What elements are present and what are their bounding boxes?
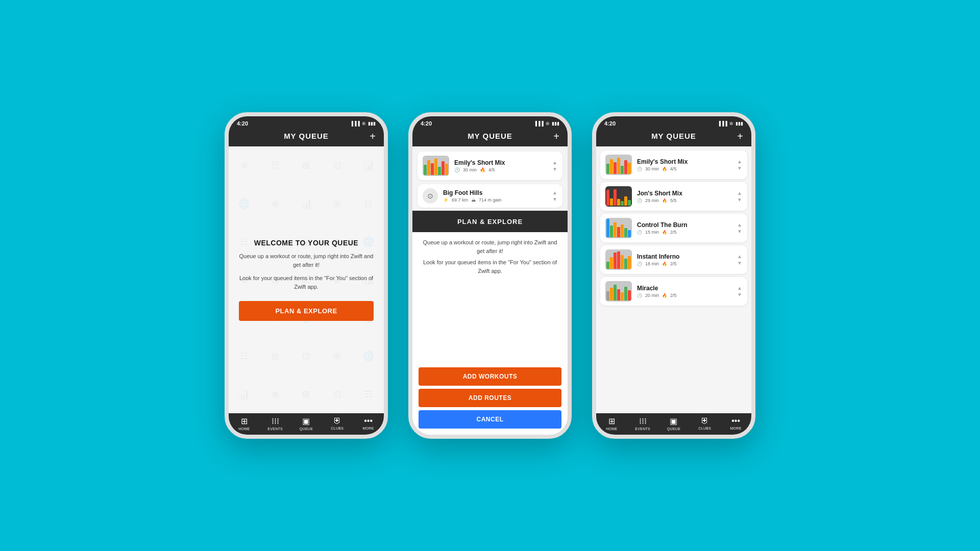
fire-icon: 🔥 <box>662 167 667 171</box>
bar <box>628 230 631 237</box>
down-arrow[interactable]: ▼ <box>737 165 742 171</box>
bg-icon: 🌐 <box>229 185 260 223</box>
fire-icon-jons: 🔥 <box>662 198 667 203</box>
up-arrow-inferno[interactable]: ▲ <box>737 254 742 259</box>
bar <box>617 252 620 269</box>
miracle-info: Miracle 🕐 20 min 🔥 2/5 <box>637 285 732 298</box>
up-arrow-control[interactable]: ▲ <box>737 222 742 228</box>
signal-icon: ▐▐▐ <box>350 121 360 126</box>
nav-home-1[interactable]: ⊞ HOME <box>229 416 260 431</box>
phone2-content: Emily's Short Mix 🕐 30 min 🔥 4/5 ▲ ▼ ⊙ <box>412 146 568 435</box>
queue-item-jons: Jon's Short Mix 🕐 29 min 🔥 5/5 ▲ ▼ <box>600 182 747 211</box>
plan-explore-button[interactable]: PLAN & EXPLORE <box>239 301 374 321</box>
emily-rating-2: 4/5 <box>488 167 495 172</box>
bg-icon: ⊕ <box>260 375 291 413</box>
bar <box>628 200 631 206</box>
queue-icon-3: ▣ <box>670 416 677 426</box>
bg-icon: ⊡ <box>353 185 384 223</box>
status-bar-2: 4:20 ▐▐▐ ⊛ ▮▮▮ <box>412 116 568 127</box>
bar <box>427 160 430 175</box>
down-arrow-jons[interactable]: ▼ <box>737 197 742 203</box>
plan-explore-panel: PLAN & EXPLORE Queue up a workout or rou… <box>412 211 568 435</box>
control-meta: 🕐 15 min 🔥 2/5 <box>637 230 732 235</box>
bar <box>621 255 624 269</box>
add-routes-button[interactable]: ADD ROUTES <box>419 389 561 407</box>
bar <box>434 159 437 175</box>
down-arrow-bigfoot[interactable]: ▼ <box>552 196 557 202</box>
jons-arrows: ▲ ▼ <box>737 190 742 203</box>
emily-rating-3: 4/5 <box>670 166 677 171</box>
nav-queue-1[interactable]: ▣ QUEUE <box>291 416 322 431</box>
jons-info: Jon's Short Mix 🕐 29 min 🔥 5/5 <box>637 190 732 203</box>
add-button-3[interactable]: + <box>737 131 743 141</box>
nav-clubs-3[interactable]: ⛨ CLUBS <box>689 416 720 431</box>
emily-chart-3 <box>605 155 632 175</box>
up-arrow-jons[interactable]: ▲ <box>737 190 742 196</box>
add-button-2[interactable]: + <box>553 131 559 141</box>
bar <box>606 219 609 237</box>
app-header-3: MY QUEUE + <box>596 127 751 146</box>
control-chart <box>605 218 632 238</box>
inferno-time: 18 min <box>645 261 659 266</box>
panel-text-1: Queue up a workout or route, jump right … <box>419 238 561 255</box>
nav-home-3[interactable]: ⊞ HOME <box>596 416 627 431</box>
emily-time-2: 30 min <box>463 167 477 172</box>
panel-text-2: Look for your queued items in the "For Y… <box>419 258 561 275</box>
clubs-icon: ⛨ <box>333 416 341 425</box>
bar <box>610 159 613 174</box>
phone-3: 4:20 ▐▐▐ ⊛ ▮▮▮ MY QUEUE + <box>592 112 755 439</box>
emily-thumb-2 <box>423 156 449 176</box>
up-arrow[interactable]: ▲ <box>737 159 742 164</box>
emily-thumb-3 <box>605 155 632 175</box>
nav-events-1[interactable]: ⁞⁞⁞ EVENTS <box>260 416 291 431</box>
down-arrow-inferno[interactable]: ▼ <box>737 260 742 266</box>
nav-queue-3[interactable]: ▣ QUEUE <box>658 416 690 431</box>
nav-more-1[interactable]: ••• MORE <box>353 416 384 431</box>
bg-icon: ⊞ <box>291 146 322 185</box>
add-workouts-button[interactable]: ADD WORKOUTS <box>419 367 561 386</box>
app-header-2: MY QUEUE + <box>412 127 568 146</box>
bar <box>614 162 617 174</box>
bar <box>438 167 441 175</box>
fire-icon-control: 🔥 <box>662 230 667 235</box>
inferno-info: Instant Inferno 🕐 18 min 🔥 2/5 <box>637 253 732 266</box>
bg-icon: ⊡ <box>291 337 322 375</box>
status-bar-1: 4:20 ▐▐▐ ⊛ ▮▮▮ <box>229 116 384 127</box>
nav-clubs-label-3: CLUBS <box>698 427 711 430</box>
nav-more-label-1: MORE <box>362 427 374 430</box>
bottom-nav-1: ⊞ HOME ⁞⁞⁞ EVENTS ▣ QUEUE ⛨ CLUBS ••• MO… <box>229 413 384 435</box>
nav-clubs-1[interactable]: ⛨ CLUBS <box>322 416 353 431</box>
down-arrow[interactable]: ▼ <box>552 166 557 172</box>
bg-icon: 🌐 <box>353 337 384 375</box>
phone3-content: Emily's Short Mix 🕐 30 min 🔥 4/5 ▲ ▼ <box>596 146 751 413</box>
home-icon-3: ⊞ <box>608 416 615 426</box>
miracle-meta: 🕐 20 min 🔥 2/5 <box>637 293 732 298</box>
up-arrow-miracle[interactable]: ▲ <box>737 285 742 291</box>
bar <box>624 287 627 300</box>
clubs-icon-3: ⛨ <box>701 416 709 425</box>
home-icon: ⊞ <box>241 416 248 426</box>
battery-icon-3: ▮▮▮ <box>736 121 743 126</box>
bar <box>628 163 631 174</box>
cancel-button[interactable]: CANCEL <box>419 410 561 429</box>
emily-arrows-3: ▲ ▼ <box>737 159 742 171</box>
bar <box>614 253 617 269</box>
bar <box>610 257 613 269</box>
bar <box>614 222 617 237</box>
nav-more-3[interactable]: ••• MORE <box>720 416 751 431</box>
bottom-nav-3: ⊞ HOME ⁞⁞⁞ EVENTS ▣ QUEUE ⛨ CLUBS ••• MO… <box>596 413 751 435</box>
wifi-icon: ⊛ <box>362 121 366 126</box>
nav-events-3[interactable]: ⁞⁞⁞ EVENTS <box>627 416 658 431</box>
emily-time-3: 30 min <box>645 166 659 171</box>
empty-queue-content: ⊕ ☷ ⊞ ⊡ 📊 🌐 ⊕ 📊 ⊞ ⊡ ☷ ⊕ 📊 ⊞ 🌐 ⊕ ⊡ ☷ ⊕ 📊 <box>229 146 384 413</box>
up-arrow[interactable]: ▲ <box>552 160 557 165</box>
up-arrow-bigfoot[interactable]: ▲ <box>552 190 557 195</box>
more-icon-3: ••• <box>731 416 740 425</box>
nav-more-label-3: MORE <box>730 427 741 430</box>
add-button-1[interactable]: + <box>370 131 376 141</box>
bar <box>624 196 627 206</box>
down-arrow-miracle[interactable]: ▼ <box>737 292 742 297</box>
status-time-3: 4:20 <box>604 120 616 127</box>
down-arrow-control[interactable]: ▼ <box>737 229 742 234</box>
app-header-1: MY QUEUE + <box>229 127 384 146</box>
